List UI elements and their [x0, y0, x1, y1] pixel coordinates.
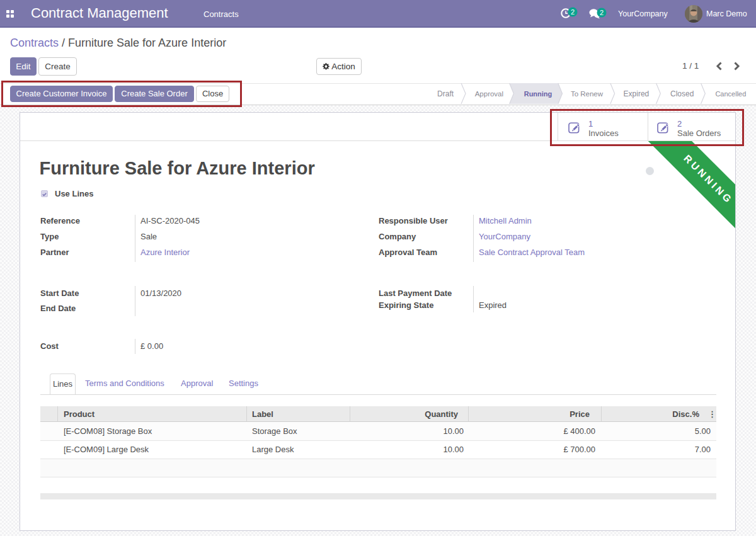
svg-text:Cancelled: Cancelled — [715, 90, 746, 98]
svg-text:Approval: Approval — [475, 90, 503, 98]
svg-text:Closed: Closed — [670, 89, 694, 98]
svg-text:Running: Running — [524, 90, 553, 98]
svg-text:Draft: Draft — [437, 89, 454, 98]
svg-text:Expired: Expired — [624, 89, 650, 98]
svg-text:To Renew: To Renew — [571, 90, 604, 98]
svg-text:2: 2 — [600, 9, 604, 16]
svg-text:2: 2 — [571, 8, 575, 16]
